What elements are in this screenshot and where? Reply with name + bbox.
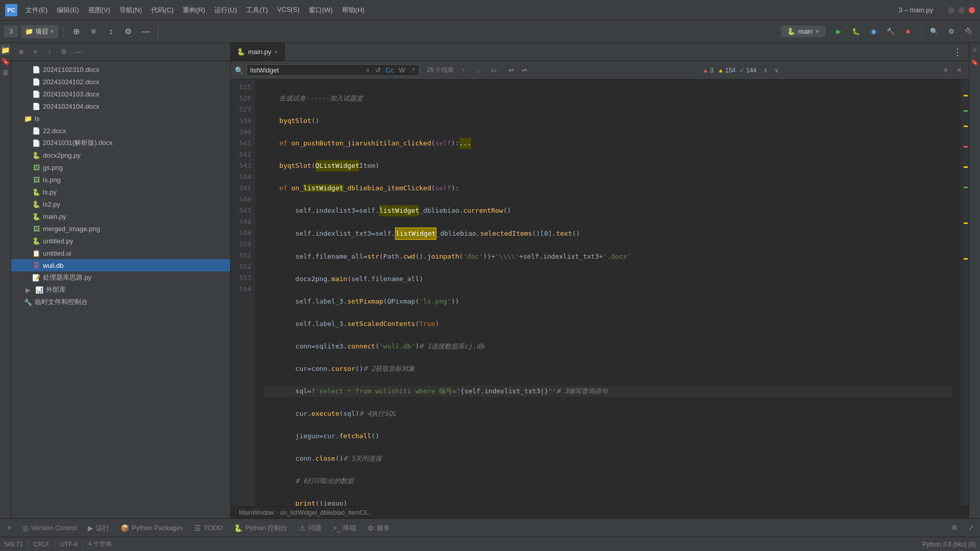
- search-nav-up[interactable]: ↑: [457, 64, 469, 77]
- tree-item-ls2-py[interactable]: 🐍 ls2.py: [11, 198, 230, 210]
- build-button[interactable]: 🔨: [883, 23, 899, 40]
- ok-count[interactable]: ✓ 144: [740, 67, 756, 74]
- bottom-tab-run[interactable]: ▶ 运行: [83, 521, 114, 535]
- ft-sync-icon[interactable]: ≡: [30, 46, 41, 58]
- ft-add-icon[interactable]: ⊕: [15, 46, 27, 58]
- search-wholeword-btn[interactable]: W: [397, 66, 406, 74]
- status-indent[interactable]: 4 个空格: [88, 540, 112, 548]
- bottom-tab-terminal[interactable]: >_ 终端: [328, 521, 362, 535]
- search-nav-down[interactable]: ↓: [472, 64, 484, 77]
- bottom-tab-services[interactable]: ⚙ 服务: [362, 521, 395, 535]
- bottom-tab-version-control[interactable]: ◎ Version Control: [17, 522, 82, 534]
- tree-item-20241024103[interactable]: 📄 20241024103.docx: [11, 88, 230, 100]
- breadcrumb-mainwindow[interactable]: MainWindow: [239, 509, 274, 516]
- status-line-ending[interactable]: CRLF: [34, 541, 50, 548]
- search-everywhere-button[interactable]: 🔍: [927, 24, 941, 39]
- warn-nav-down[interactable]: ∨: [772, 65, 782, 76]
- search-extra-2[interactable]: ⇌: [518, 64, 530, 77]
- tree-item-main-py[interactable]: 🐍 main.py: [11, 210, 230, 222]
- search-extra-1[interactable]: ⇌: [505, 64, 517, 77]
- terminal-button[interactable]: 🔌: [962, 24, 976, 39]
- tree-item-ls-py[interactable]: 🐍 ls.py: [11, 186, 230, 198]
- bottom-settings-icon[interactable]: ⚙: [947, 521, 962, 535]
- sidebar-icon-bookmarks[interactable]: 🔖: [1, 56, 11, 66]
- tree-item-external-libs[interactable]: ▶ 📊 外部库: [11, 284, 230, 296]
- status-encoding[interactable]: UTF-8: [60, 541, 78, 548]
- tab-close-icon[interactable]: ×: [275, 48, 278, 56]
- menu-file[interactable]: 文件(E): [21, 4, 52, 17]
- tree-item-ls-png[interactable]: 🖼 ls.png: [11, 173, 230, 186]
- bottom-tab-todo[interactable]: ☰ TODO: [189, 522, 228, 534]
- menu-run[interactable]: 运行(U): [210, 4, 241, 17]
- tree-item-merged-png[interactable]: 🖼 merged_image.png: [11, 222, 230, 235]
- menu-edit[interactable]: 编辑(E): [53, 4, 83, 17]
- tree-item-20241024104[interactable]: 📄 20241024104.docx: [11, 100, 230, 112]
- coverage-button[interactable]: ◉: [865, 23, 881, 40]
- code-content[interactable]: 生成试卷------加入试题篮 byqtSlot() ef on_pushBut…: [255, 80, 961, 506]
- bottom-layout-toggle[interactable]: ≡: [2, 521, 16, 535]
- tab-menu-icon[interactable]: ⋮: [950, 45, 965, 59]
- search-extra-3[interactable]: [531, 64, 544, 77]
- tree-item-temp-files[interactable]: 🔧 临时文件和控制台: [11, 296, 230, 308]
- sidebar-icon-remote[interactable]: 🖥: [1, 67, 11, 78]
- status-language[interactable]: Python 3.8 (tiku) (6): [922, 541, 976, 548]
- collapse-icon[interactable]: —: [138, 24, 153, 39]
- tree-item-chulitiku[interactable]: 📝 处理题库思路.py: [11, 271, 230, 284]
- tree-item-untitled-ui[interactable]: 📋 untitled.ui: [11, 247, 230, 259]
- search-regex-btn[interactable]: .*: [409, 66, 416, 74]
- sort-icon[interactable]: ↕: [104, 24, 118, 39]
- menu-code[interactable]: 代码(C): [147, 4, 178, 17]
- search-in-file-btn[interactable]: ▭: [487, 64, 500, 77]
- error-count[interactable]: ▲ 3: [702, 67, 714, 74]
- minimize-button[interactable]: [948, 7, 954, 13]
- bottom-expand-icon[interactable]: ⤢: [964, 521, 978, 535]
- bottom-tab-python-packages[interactable]: 📦 Python Packages: [115, 522, 188, 534]
- tree-item-22docx[interactable]: 📄 22.docx: [11, 124, 230, 137]
- add-icon[interactable]: ⊕: [69, 24, 83, 39]
- settings-icon[interactable]: ⚙: [121, 24, 135, 39]
- run-config-selector[interactable]: 🐍 main ▾: [781, 26, 825, 37]
- menu-tools[interactable]: 工具(T): [242, 4, 272, 17]
- maximize-button[interactable]: [959, 7, 965, 13]
- search-filter-button[interactable]: ≡: [941, 65, 951, 75]
- ft-settings-icon[interactable]: ⚙: [58, 46, 69, 58]
- tree-item-docx2png[interactable]: 🐍 docx2png.py: [11, 149, 230, 161]
- menu-window[interactable]: 窗口(W): [305, 4, 337, 17]
- menu-help[interactable]: 帮助(H): [338, 4, 369, 17]
- menu-refactor[interactable]: 重构(R): [179, 4, 209, 17]
- stop-button[interactable]: ■: [900, 23, 916, 40]
- toolbar-tab-3[interactable]: 3: [4, 26, 18, 37]
- breadcrumb-method[interactable]: on_listWidget_dbliebiao_itemCli...: [280, 509, 372, 516]
- menu-nav[interactable]: 导航(N): [115, 4, 146, 17]
- tree-item-20241031[interactable]: 📄 20241031(解析版).docx: [11, 137, 230, 149]
- tree-item-wuli-db[interactable]: 🗄 wuli.db: [11, 259, 230, 271]
- warning-count[interactable]: ▲ 154: [718, 67, 736, 74]
- bottom-tab-python-console[interactable]: 🐍 Python 控制台: [229, 521, 292, 535]
- ft-collapse-icon[interactable]: —: [72, 46, 84, 58]
- bottom-tab-problems[interactable]: ⚠ 问题: [294, 521, 327, 535]
- menu-vcs[interactable]: VCS(S): [273, 4, 304, 17]
- ide-settings-button[interactable]: ⚙: [944, 24, 959, 39]
- ors-icon-2[interactable]: 🔖: [970, 57, 980, 67]
- search-history-icon[interactable]: ↺: [374, 66, 382, 74]
- menu-view[interactable]: 视图(V): [84, 4, 114, 17]
- debug-button[interactable]: 🐛: [848, 23, 864, 40]
- tree-item-gs-png[interactable]: 🖼 gs.png: [11, 161, 230, 173]
- search-close-x[interactable]: ×: [364, 66, 372, 74]
- tree-item-untitled-py[interactable]: 🐍 untitled.py: [11, 235, 230, 247]
- search-matchcase-btn[interactable]: Cc: [384, 66, 396, 74]
- warn-nav-up[interactable]: ∧: [761, 65, 771, 76]
- close-button[interactable]: [969, 7, 975, 13]
- tab-main-py[interactable]: 🐍 main.py ×: [231, 43, 285, 61]
- project-selector[interactable]: 📁 项目 ▾: [21, 25, 58, 38]
- sync-icon[interactable]: ≡: [86, 24, 101, 39]
- tree-item-20241024102[interactable]: 📄 20241024102.docx: [11, 76, 230, 88]
- search-input[interactable]: [250, 66, 362, 74]
- sidebar-icon-project[interactable]: 📁: [1, 45, 11, 55]
- ors-icon-1[interactable]: ≡: [970, 45, 980, 55]
- run-button[interactable]: ▶: [830, 23, 847, 40]
- tree-item-20241102310[interactable]: 📄 20241102310.docx: [11, 63, 230, 76]
- search-close-button[interactable]: ×: [954, 65, 965, 76]
- tree-item-ls-folder[interactable]: 📁 ls: [11, 112, 230, 124]
- status-position[interactable]: 549:71: [4, 541, 23, 548]
